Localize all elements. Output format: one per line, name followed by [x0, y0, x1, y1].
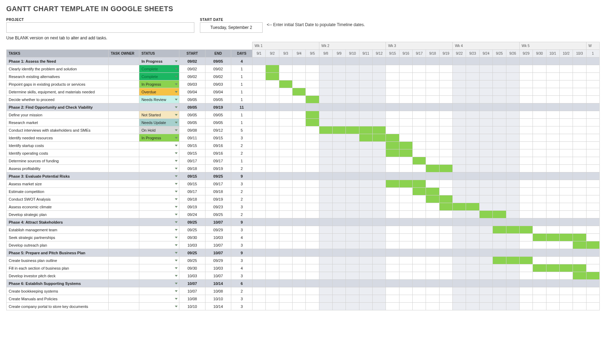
status-dropdown[interactable]: On Hold	[139, 126, 179, 134]
task-start-cell[interactable]: 09/05	[179, 103, 205, 111]
task-owner-cell[interactable]	[109, 65, 139, 73]
task-end-cell[interactable]: 09/18	[205, 188, 231, 195]
task-start-cell[interactable]: 09/18	[179, 165, 205, 172]
task-owner-cell[interactable]	[109, 103, 139, 111]
task-name-cell[interactable]: Define your mission	[7, 111, 109, 119]
task-owner-cell[interactable]	[109, 88, 139, 96]
task-end-cell[interactable]: 10/07	[205, 241, 231, 249]
task-start-cell[interactable]: 09/19	[179, 203, 205, 211]
task-end-cell[interactable]: 09/17	[205, 180, 231, 188]
task-name-cell[interactable]: Phase 2: Find Opportunity and Check Viab…	[7, 103, 109, 111]
task-owner-cell[interactable]	[109, 165, 139, 172]
status-dropdown[interactable]	[139, 280, 179, 287]
status-dropdown[interactable]	[139, 295, 179, 303]
task-start-cell[interactable]: 09/02	[179, 73, 205, 80]
task-end-cell[interactable]: 10/07	[205, 249, 231, 257]
task-end-cell[interactable]: 09/04	[205, 88, 231, 96]
task-owner-cell[interactable]	[109, 280, 139, 287]
task-end-cell[interactable]: 09/17	[205, 157, 231, 165]
task-name-cell[interactable]: Determine skills, equipment, and materia…	[7, 88, 109, 96]
task-name-cell[interactable]: Develop strategic plan	[7, 211, 109, 218]
task-end-cell[interactable]: 09/02	[205, 65, 231, 73]
task-owner-cell[interactable]	[109, 264, 139, 272]
task-start-cell[interactable]: 09/04	[179, 88, 205, 96]
task-days-cell[interactable]: 3	[231, 226, 252, 234]
task-owner-cell[interactable]	[109, 134, 139, 142]
task-start-cell[interactable]: 09/17	[179, 188, 205, 195]
task-name-cell[interactable]: Fill in each section of business plan	[7, 264, 109, 272]
task-start-cell[interactable]: 09/03	[179, 80, 205, 88]
task-start-cell[interactable]: 10/03	[179, 272, 205, 280]
task-start-cell[interactable]: 10/03	[179, 241, 205, 249]
task-start-cell[interactable]: 09/24	[179, 211, 205, 218]
task-start-cell[interactable]: 10/08	[179, 295, 205, 303]
project-input[interactable]	[6, 22, 194, 33]
task-name-cell[interactable]: Create Manuals and Policies	[7, 295, 109, 303]
task-days-cell[interactable]: 3	[231, 241, 252, 249]
task-name-cell[interactable]: Research existing alternatives	[7, 73, 109, 80]
task-owner-cell[interactable]	[109, 111, 139, 119]
task-owner-cell[interactable]	[109, 149, 139, 157]
task-end-cell[interactable]: 09/02	[205, 73, 231, 80]
task-name-cell[interactable]: Conduct interviews with stakeholders and…	[7, 126, 109, 134]
task-owner-cell[interactable]	[109, 249, 139, 257]
status-dropdown[interactable]	[139, 188, 179, 195]
status-dropdown[interactable]: In Progress	[139, 134, 179, 142]
task-end-cell[interactable]: 10/07	[205, 272, 231, 280]
task-days-cell[interactable]: 2	[231, 142, 252, 149]
task-end-cell[interactable]: 09/05	[205, 111, 231, 119]
task-end-cell[interactable]: 09/12	[205, 126, 231, 134]
task-owner-cell[interactable]	[109, 241, 139, 249]
status-dropdown[interactable]: Needs Update	[139, 119, 179, 126]
task-name-cell[interactable]: Pinpoint gaps in existing products or se…	[7, 80, 109, 88]
task-days-cell[interactable]: 3	[231, 134, 252, 142]
status-dropdown[interactable]: Complete	[139, 73, 179, 80]
task-start-cell[interactable]: 09/05	[179, 119, 205, 126]
task-end-cell[interactable]: 09/19	[205, 103, 231, 111]
task-name-cell[interactable]: Identify startup costs	[7, 142, 109, 149]
status-dropdown[interactable]	[139, 103, 179, 111]
task-start-cell[interactable]: 09/02	[179, 65, 205, 73]
task-owner-cell[interactable]	[109, 287, 139, 295]
task-name-cell[interactable]: Assess economic climate	[7, 203, 109, 211]
task-owner-cell[interactable]	[109, 203, 139, 211]
status-dropdown[interactable]	[139, 203, 179, 211]
task-days-cell[interactable]: 2	[231, 195, 252, 203]
task-end-cell[interactable]: 09/19	[205, 165, 231, 172]
task-start-cell[interactable]: 09/17	[179, 157, 205, 165]
task-end-cell[interactable]: 09/29	[205, 257, 231, 264]
task-owner-cell[interactable]	[109, 188, 139, 195]
task-days-cell[interactable]: 3	[231, 180, 252, 188]
task-days-cell[interactable]: 9	[231, 249, 252, 257]
task-start-cell[interactable]: 09/11	[179, 134, 205, 142]
task-start-cell[interactable]: 09/15	[179, 172, 205, 180]
task-days-cell[interactable]: 1	[231, 80, 252, 88]
task-start-cell[interactable]: 09/25	[179, 257, 205, 264]
status-dropdown[interactable]: Complete	[139, 65, 179, 73]
task-owner-cell[interactable]	[109, 257, 139, 264]
task-owner-cell[interactable]	[109, 119, 139, 126]
task-owner-cell[interactable]	[109, 295, 139, 303]
task-start-cell[interactable]: 09/25	[179, 226, 205, 234]
task-days-cell[interactable]: 11	[231, 103, 252, 111]
task-start-cell[interactable]: 10/10	[179, 303, 205, 310]
start-date-input[interactable]: Tuesday, September 2	[200, 22, 263, 33]
task-name-cell[interactable]: Phase 5: Prepare and Pitch Business Plan	[7, 249, 109, 257]
status-dropdown[interactable]	[139, 149, 179, 157]
status-dropdown[interactable]	[139, 226, 179, 234]
task-days-cell[interactable]: 4	[231, 57, 252, 65]
task-start-cell[interactable]: 09/30	[179, 264, 205, 272]
task-days-cell[interactable]: 3	[231, 272, 252, 280]
task-owner-cell[interactable]	[109, 73, 139, 80]
task-owner-cell[interactable]	[109, 211, 139, 218]
task-days-cell[interactable]: 2	[231, 149, 252, 157]
task-start-cell[interactable]: 09/02	[179, 57, 205, 65]
task-name-cell[interactable]: Determine sources of funding	[7, 157, 109, 165]
status-dropdown[interactable]	[139, 180, 179, 188]
task-end-cell[interactable]: 09/19	[205, 195, 231, 203]
status-dropdown[interactable]	[139, 272, 179, 280]
task-start-cell[interactable]: 10/07	[179, 287, 205, 295]
status-dropdown[interactable]: Needs Review	[139, 96, 179, 103]
task-owner-cell[interactable]	[109, 57, 139, 65]
task-start-cell[interactable]: 09/05	[179, 96, 205, 103]
